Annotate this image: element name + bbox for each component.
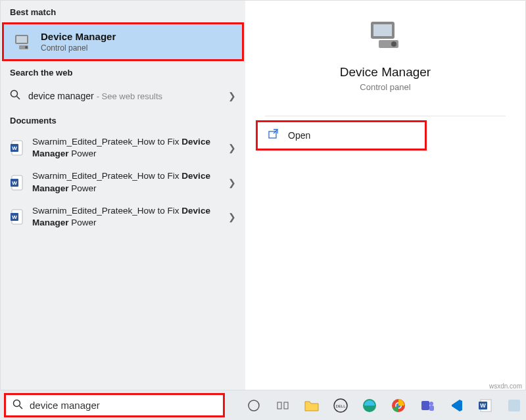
svg-point-21 [14,400,20,406]
svg-rect-38 [508,400,520,411]
svg-text:W: W [12,145,17,151]
preview-subtitle: Control panel [360,82,410,92]
chevron-right-icon: ❯ [228,91,236,101]
best-match-highlight: Device Manager Control panel [2,22,244,61]
doc-title: Swarnim_Edited_Prateek_How to Fix Device… [32,205,228,229]
svg-point-33 [429,402,433,406]
word-doc-icon: W [10,208,24,225]
svg-line-5 [17,97,20,100]
svg-point-18 [391,41,396,47]
search-icon [10,89,20,103]
chevron-right-icon: ❯ [228,212,236,222]
search-web-header: Search the web [1,61,245,83]
vscode-icon[interactable] [444,394,468,417]
list-item[interactable]: W Swarnim_Edited_Prateek_How to Fix Devi… [1,200,245,234]
svg-point-3 [25,46,28,49]
svg-rect-32 [421,401,429,410]
cortana-icon[interactable] [242,394,266,417]
svg-rect-25 [284,402,288,409]
doc-title: Swarnim_Edited_Prateek_How to Fix Device… [32,170,228,194]
svg-rect-34 [429,406,434,411]
svg-text:W: W [480,402,486,409]
device-manager-icon [13,32,33,52]
svg-text:DELL: DELL [335,404,346,408]
svg-rect-24 [277,402,281,409]
teams-icon[interactable] [416,394,439,417]
open-label: Open [288,130,310,141]
search-results-pane: Best match Device Manager Control panel … [1,1,245,390]
best-match-item[interactable]: Device Manager Control panel [4,24,242,59]
device-manager-large-icon [367,16,404,53]
search-box[interactable] [4,393,225,417]
taskbar: DELL W [0,390,526,420]
web-search-item[interactable]: device manager - See web results ❯ [1,83,245,109]
doc-title: Swarnim_Edited_Prateek_How to Fix Device… [32,136,228,160]
dell-icon[interactable]: DELL [329,394,352,417]
best-match-subtitle: Control panel [41,43,116,53]
word-doc-icon: W [10,174,24,191]
list-item[interactable]: W Swarnim_Edited_Prateek_How to Fix Devi… [1,165,245,199]
chevron-right-icon: ❯ [228,177,236,188]
svg-point-23 [249,400,259,411]
open-button[interactable]: Open [256,120,427,151]
svg-point-4 [11,91,18,97]
preview-title: Device Manager [340,65,431,80]
search-icon [12,399,23,412]
file-explorer-icon[interactable] [300,394,323,417]
edge-icon[interactable] [358,394,381,417]
preview-pane: Device Manager Control panel Open [245,1,525,390]
search-input[interactable] [30,400,216,411]
word-doc-icon: W [10,139,24,156]
watermark: wsxdn.com [489,383,522,390]
web-query: device manager [28,91,94,101]
svg-text:W: W [12,180,17,186]
web-hint: - See web results [97,91,162,101]
word-icon[interactable]: W [473,394,497,417]
chevron-right-icon: ❯ [228,143,236,153]
task-view-icon[interactable] [271,394,295,417]
chrome-icon[interactable] [387,394,410,417]
svg-text:W: W [12,214,17,220]
best-match-header: Best match [1,1,245,22]
best-match-title: Device Manager [41,31,116,42]
open-icon [268,129,279,142]
divider [265,116,506,116]
svg-rect-16 [373,24,392,36]
app-icon[interactable] [502,394,526,417]
svg-rect-1 [16,36,27,43]
list-item[interactable]: W Swarnim_Edited_Prateek_How to Fix Devi… [1,131,245,165]
svg-line-22 [20,406,23,409]
documents-header: Documents [1,109,245,131]
